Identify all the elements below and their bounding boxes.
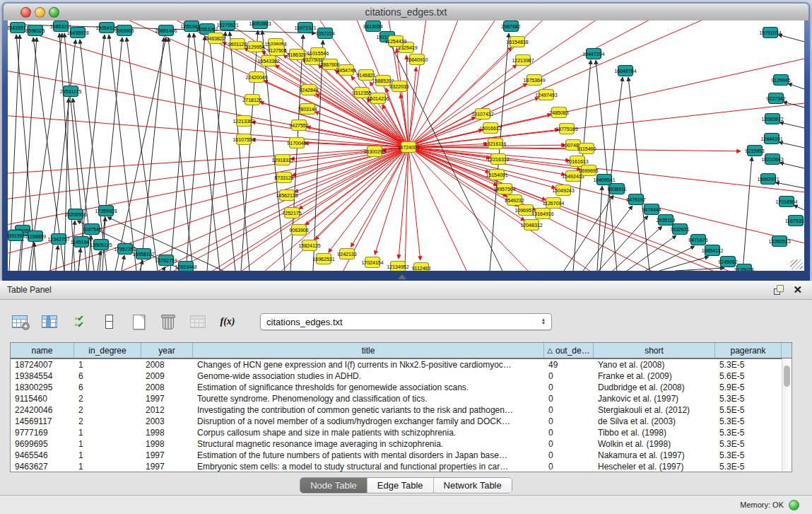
splitter-handle-icon[interactable] xyxy=(398,274,406,279)
tab-node-table[interactable]: Node Table xyxy=(300,478,367,493)
column-header-in_degree[interactable]: in_degree xyxy=(74,343,141,358)
graph-node-yellow[interactable]: 9463822 xyxy=(206,33,225,44)
graph-node-teal[interactable]: 7632621 xyxy=(670,224,689,235)
column-header-short[interactable]: short xyxy=(594,343,715,358)
graph-node-yellow[interactable]: 14957504 xyxy=(493,184,515,194)
table-row[interactable]: 946554611997Estimation of the future num… xyxy=(11,450,792,461)
graph-node-teal[interactable]: 20691406 xyxy=(155,25,177,36)
graph-node-yellow[interactable]: 14562135 xyxy=(276,190,298,201)
graph-node-teal[interactable]: 9135024 xyxy=(734,264,753,271)
graph-node-yellow[interactable]: 12497493 xyxy=(535,90,557,100)
table-row[interactable]: 2242004622012Investigating the contribut… xyxy=(11,404,792,416)
graph-node-teal[interactable]: 16958107 xyxy=(132,249,154,259)
graph-node-yellow[interactable]: 8454749 xyxy=(336,65,355,76)
citation-network-graph[interactable]: 1643557195983251085321116435578150541289… xyxy=(8,21,804,271)
graph-node-teal[interactable]: 9215953 xyxy=(745,146,764,156)
graph-node-teal[interactable]: 16648784 xyxy=(614,66,636,76)
graph-node-yellow[interactable]: 17024154 xyxy=(361,257,383,268)
graph-node-teal[interactable]: 9391591 xyxy=(8,230,25,241)
vertical-scrollbar[interactable] xyxy=(782,358,792,472)
graph-node-teal[interactable]: 2987682 xyxy=(501,21,520,32)
graph-node-yellow[interactable]: 18775165 xyxy=(555,124,577,134)
tab-edge-table[interactable]: Edge Table xyxy=(367,478,434,493)
graph-node-yellow[interactable]: 8322033 xyxy=(389,81,408,92)
graph-node-teal[interactable]: 8813054 xyxy=(363,21,382,32)
graph-node-yellow[interactable]: 9427552 xyxy=(289,120,308,131)
close-panel-icon[interactable]: ✕ xyxy=(793,284,802,296)
graph-node-yellow[interactable]: 15154091 xyxy=(486,170,507,180)
graph-node-yellow[interactable]: 18300295 xyxy=(363,146,385,157)
graph-node-teal[interactable]: 16210643 xyxy=(761,154,783,165)
graph-node-teal[interactable]: 16435578 xyxy=(66,28,88,38)
table-row[interactable]: 977716911998Corpus callosum shape and si… xyxy=(11,427,792,438)
graph-node-teal[interactable]: 15751074 xyxy=(759,28,781,38)
graph-node-yellow[interactable]: 9127505 xyxy=(267,45,286,56)
graph-node-hub[interactable]: 18724007 xyxy=(397,142,419,153)
new-column-icon[interactable] xyxy=(129,311,148,332)
graph-node-teal[interactable]: 9598325 xyxy=(25,25,45,36)
table-row[interactable]: 1938455462009Genome-wide association stu… xyxy=(11,370,792,382)
table-selector-dropdown[interactable]: citations_edges.txt▲▼ xyxy=(260,313,552,330)
graph-node-teal[interactable]: 10654112 xyxy=(702,245,724,256)
graph-node-teal[interactable]: 12342757 xyxy=(47,234,69,245)
graph-node-yellow[interactable]: 16962531 xyxy=(312,254,334,264)
graph-node-yellow[interactable]: 16640910 xyxy=(406,54,428,65)
graph-node-yellow[interactable]: 15824135 xyxy=(298,240,320,251)
graph-node-yellow[interactable]: 15049243 xyxy=(552,185,574,196)
graph-node-yellow[interactable]: 13164916 xyxy=(531,209,553,219)
table-row[interactable]: 911546021997Tourette syndrome. Phenomeno… xyxy=(11,393,792,404)
graph-node-yellow[interactable]: 9601128 xyxy=(228,39,247,49)
graph-node-yellow[interactable]: 11015546 xyxy=(307,48,329,59)
graph-node-teal[interactable]: 17359928 xyxy=(95,206,117,216)
graph-node-teal[interactable]: 7357224 xyxy=(315,28,334,39)
column-header-title[interactable]: title xyxy=(193,343,544,358)
graph-node-yellow[interactable]: 12048312 xyxy=(520,220,542,230)
graph-node-teal[interactable]: 18053803 xyxy=(249,21,271,29)
delete-column-icon[interactable] xyxy=(158,311,178,332)
graph-node-teal[interactable]: 12093872 xyxy=(761,114,783,124)
window-titlebar[interactable]: citations_edges.txt xyxy=(4,4,808,21)
table-row[interactable]: 1456911722003Disruption of a novel membe… xyxy=(11,416,792,427)
graph-node-yellow[interactable]: 12213987 xyxy=(512,55,534,66)
function-builder-icon[interactable]: f(x) xyxy=(218,311,237,332)
graph-node-teal[interactable]: 20206556 xyxy=(64,209,86,220)
graph-node-teal[interactable]: 20531175 xyxy=(60,86,82,97)
graph-node-teal[interactable]: 6479197 xyxy=(626,194,645,205)
network-canvas[interactable]: 1643557195983251085321116435578150541289… xyxy=(8,21,804,271)
graph-node-yellow[interactable]: 12216312 xyxy=(487,154,509,165)
table-row[interactable]: 1830029562008Estimation of significance … xyxy=(11,382,792,393)
graph-node-teal[interactable]: 17016504 xyxy=(775,197,797,207)
graph-node-yellow[interactable]: 16107553 xyxy=(233,134,254,145)
graph-node-yellow[interactable]: 11267094 xyxy=(543,198,565,209)
graph-node-yellow[interactable]: 2718126 xyxy=(242,95,261,105)
graph-node-teal[interactable]: 2935114 xyxy=(657,215,676,226)
graph-node-yellow[interactable]: 12134952 xyxy=(387,262,408,271)
graph-node-yellow[interactable]: 9112463 xyxy=(412,263,431,271)
graph-node-yellow[interactable]: 9242133 xyxy=(337,249,356,259)
graph-node-teal[interactable]: 13505135 xyxy=(90,240,112,250)
table-row[interactable]: 946362711997Embryonic stem cells: a mode… xyxy=(11,461,792,472)
graph-node-teal[interactable]: 12260513 xyxy=(768,236,790,247)
graph-node-yellow[interactable]: 7252175 xyxy=(282,208,301,218)
graph-node-yellow[interactable]: 9170046 xyxy=(287,138,306,148)
graph-node-teal[interactable]: 9245052 xyxy=(718,257,737,267)
resize-grip-icon[interactable] xyxy=(790,259,803,269)
graph-node-teal[interactable]: 16782759 xyxy=(155,255,177,266)
graph-node-yellow[interactable]: 8549232 xyxy=(505,195,524,206)
graph-node-yellow[interactable]: 18753649 xyxy=(523,75,545,86)
graph-node-yellow[interactable]: 9242844 xyxy=(299,85,318,95)
graph-node-teal[interactable]: 15972321 xyxy=(294,23,316,33)
graph-node-teal[interactable]: 8938911 xyxy=(608,184,627,194)
graph-node-yellow[interactable]: 12918317 xyxy=(271,155,293,165)
graph-node-yellow[interactable]: 9063908 xyxy=(289,225,308,235)
graph-node-teal[interactable]: 9474444 xyxy=(642,204,661,215)
graph-node-teal[interactable]: 9227342 xyxy=(766,93,785,104)
show-columns-icon[interactable] xyxy=(40,311,59,332)
table-row[interactable]: 1872400712008Changes of HCN gene express… xyxy=(11,359,792,370)
graph-node-yellow[interactable]: 22420046 xyxy=(245,72,267,83)
column-header-pagerank[interactable]: pagerank xyxy=(715,343,782,358)
table-row[interactable]: 969969511998Structural magnetic resonanc… xyxy=(11,438,792,450)
graph-node-teal[interactable]: 9129946 xyxy=(771,75,790,86)
column-header-name[interactable]: name xyxy=(11,343,74,358)
graph-node-yellow[interactable]: 16014236 xyxy=(367,93,389,104)
